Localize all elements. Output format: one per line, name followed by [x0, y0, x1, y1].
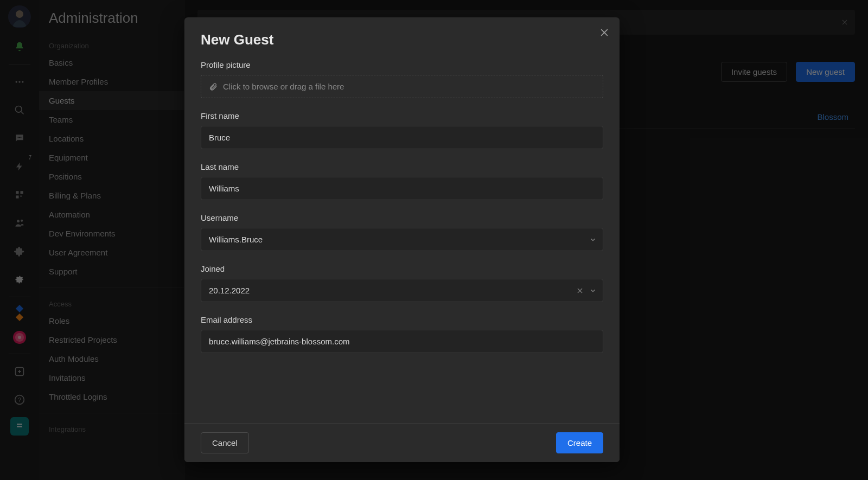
cancel-button[interactable]: Cancel	[201, 432, 249, 453]
dropzone-text: Click to browse or drag a file here	[223, 82, 344, 91]
profile-picture-dropzone[interactable]: Click to browse or drag a file here	[201, 75, 603, 98]
label-email: Email address	[201, 315, 603, 324]
joined-input[interactable]	[201, 279, 603, 302]
label-profile-picture: Profile picture	[201, 60, 603, 69]
label-last-name: Last name	[201, 162, 603, 171]
first-name-input[interactable]	[201, 126, 603, 149]
email-input[interactable]	[201, 330, 603, 353]
modal-title: New Guest	[201, 31, 603, 48]
chevron-down-icon[interactable]	[589, 236, 597, 244]
last-name-input[interactable]	[201, 177, 603, 200]
clear-joined-icon[interactable]	[576, 287, 584, 295]
attachment-icon	[209, 82, 218, 91]
create-button[interactable]: Create	[556, 432, 603, 453]
modal-close-icon[interactable]	[599, 27, 610, 38]
username-input[interactable]	[201, 228, 603, 251]
new-guest-modal: New Guest Profile picture Click to brows…	[184, 17, 620, 462]
chevron-down-icon[interactable]	[589, 287, 597, 295]
label-first-name: First name	[201, 111, 603, 120]
label-username: Username	[201, 213, 603, 222]
label-joined: Joined	[201, 264, 603, 273]
